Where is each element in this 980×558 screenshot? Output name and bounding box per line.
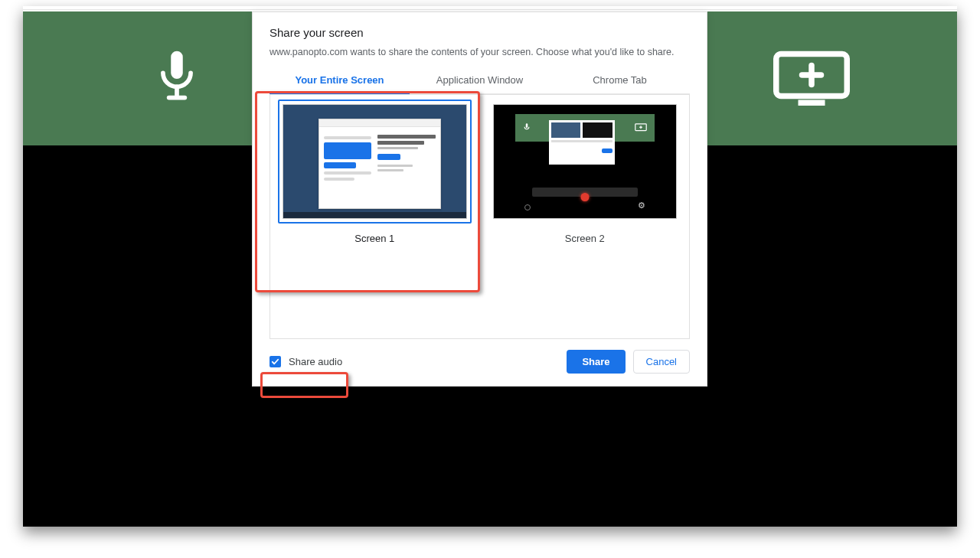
screen-option-2[interactable]: ⚙ Screen 2 — [488, 100, 682, 244]
dialog-subtitle: www.panopto.com wants to share the conte… — [270, 47, 690, 57]
browser-top-bar — [23, 6, 957, 10]
screen-2-label: Screen 2 — [488, 233, 682, 244]
cancel-button[interactable]: Cancel — [633, 350, 690, 374]
share-screen-dialog: Share your screen www.panopto.com wants … — [252, 11, 707, 387]
tab-entire-screen[interactable]: Your Entire Screen — [270, 68, 410, 93]
microphone-icon — [153, 48, 201, 109]
checkbox-icon — [270, 356, 281, 367]
tabs: Your Entire Screen Application Window Ch… — [270, 68, 690, 94]
circle-icon — [524, 204, 531, 210]
svg-rect-0 — [171, 51, 183, 78]
share-audio-checkbox[interactable]: Share audio — [270, 356, 342, 367]
screen-1-label: Screen 1 — [278, 233, 472, 244]
svg-rect-6 — [799, 100, 825, 106]
share-button[interactable]: Share — [567, 350, 625, 374]
gear-icon: ⚙ — [638, 201, 645, 210]
tab-application-window[interactable]: Application Window — [410, 68, 550, 93]
add-screen-icon — [773, 48, 850, 109]
screen-options-panel: Screen 1 ⚙ — [270, 94, 690, 339]
svg-rect-9 — [525, 123, 528, 128]
tab-chrome-tab[interactable]: Chrome Tab — [550, 68, 690, 93]
dialog-title: Share your screen — [270, 26, 690, 39]
screen-2-thumbnail: ⚙ — [488, 100, 682, 224]
screen-option-1[interactable]: Screen 1 — [278, 100, 472, 244]
screen-1-thumbnail — [278, 100, 472, 224]
dialog-footer: Share audio Share Cancel — [253, 339, 707, 386]
share-audio-label: Share audio — [289, 356, 342, 367]
